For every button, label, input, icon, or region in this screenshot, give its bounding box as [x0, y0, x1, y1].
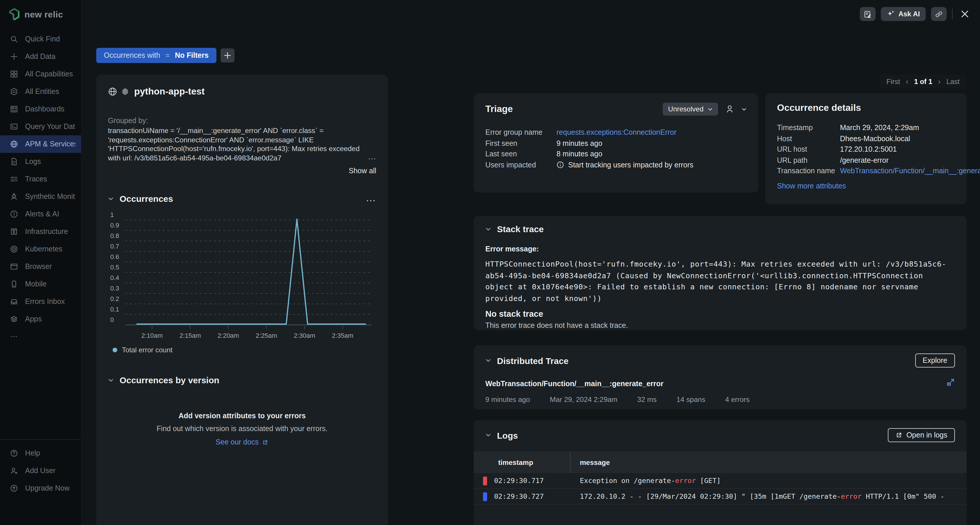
show-all-link[interactable]: Show all: [108, 167, 376, 175]
chevron-down-icon[interactable]: [485, 226, 491, 232]
filter-pill[interactable]: Occurrences with = No Filters: [96, 48, 216, 63]
logs-col-message: message: [571, 458, 967, 466]
assign-user-button[interactable]: [725, 104, 734, 114]
link-icon: [934, 10, 943, 18]
sidebar-item-query-your-data[interactable]: Query Your Data: [0, 118, 81, 135]
log-message-segment: Exception on /generate-: [580, 477, 675, 485]
logs-icon: [10, 158, 18, 165]
apps-icon: [10, 315, 18, 323]
sidebar-item-synthetic-monitoring[interactable]: Synthetic Monitoring: [0, 188, 81, 205]
sidebar-item-label: Infrastructure: [25, 228, 68, 235]
occurrences-chart: 00.10.20.30.40.50.60.70.80.912:10am2:15a…: [108, 212, 376, 338]
log-timestamp: 02:29:30.717: [494, 477, 544, 485]
occurrences-menu-button[interactable]: ...: [366, 197, 376, 201]
log-message-segment: HTTP/1.1 [0m" 500 -: [862, 492, 944, 501]
sidebar-item-apps[interactable]: Apps: [0, 310, 81, 328]
grouped-by-more[interactable]: ...: [368, 152, 376, 161]
traces-icon: [10, 175, 18, 183]
chevron-down-icon[interactable]: [485, 358, 491, 363]
sidebar-item-apm-services[interactable]: APM & Services: [0, 135, 81, 153]
sidebar-item-all-capabilities[interactable]: All Capabilities: [0, 65, 81, 83]
notes-button[interactable]: [860, 7, 876, 21]
log-message-highlight: error: [841, 492, 862, 501]
entity-name: python-app-test: [134, 86, 205, 97]
explore-button[interactable]: Explore: [915, 353, 955, 368]
occurrences-section-header: Occurrences ...: [108, 194, 376, 204]
sidebar-item-logs[interactable]: Logs: [0, 153, 81, 170]
sidebar-item-label: Add Data: [25, 52, 56, 60]
sidebar-item-traces[interactable]: Traces: [0, 170, 81, 188]
sidebar-item-add-data[interactable]: Add Data: [0, 48, 81, 65]
kv-value[interactable]: requests.exceptions:ConnectionError: [557, 127, 676, 138]
log-row[interactable]: 02:29:30.717Exception on /generate-error…: [474, 473, 967, 489]
kv-row-first-seen: First seen9 minutes ago: [485, 138, 747, 149]
kv-row-last-seen: Last seen8 minutes ago: [485, 149, 747, 159]
pagination-first[interactable]: First: [886, 78, 900, 86]
kv-label: Users impacted: [485, 159, 557, 170]
sidebar-item-kubernetes[interactable]: Kubernetes: [0, 240, 81, 258]
robot-icon: [10, 192, 18, 200]
triage-title: Triage: [485, 104, 513, 115]
entities-icon: [10, 88, 18, 95]
sidebar-footer-upgrade-now[interactable]: Upgrade Now: [0, 479, 81, 497]
sidebar-item-label: Upgrade Now: [25, 484, 70, 492]
assign-dropdown-button[interactable]: [741, 104, 747, 115]
sidebar-nav: Quick FindAdd DataAll CapabilitiesAll En…: [0, 30, 81, 345]
terminal-icon: [10, 123, 18, 130]
details-rows: TimestampMarch 29, 2024, 2:29amHostDhees…: [777, 123, 955, 177]
chart-y-tick-label: 0.3: [110, 285, 119, 292]
add-filter-button[interactable]: [220, 48, 234, 62]
sidebar-item-browser[interactable]: Browser: [0, 258, 81, 275]
sidebar-footer-help[interactable]: Help: [0, 444, 81, 462]
distributed-trace-title: Distributed Trace: [497, 356, 568, 366]
status-dropdown[interactable]: Unresolved: [663, 103, 718, 116]
mobile-icon: [10, 280, 18, 288]
kv-value[interactable]: WebTransaction/Function/__main__:generat…: [840, 165, 980, 177]
grid-icon: [10, 70, 18, 78]
kv-row-url-path: URL path/generate-error: [777, 155, 955, 165]
chevron-down-icon[interactable]: [108, 481, 280, 525]
log-row[interactable]: 02:29:30.727172.20.10.2 - - [29/Mar/2024…: [474, 489, 967, 504]
close-button[interactable]: [958, 7, 972, 21]
open-trace-button[interactable]: [946, 378, 955, 389]
sidebar-item-dashboards[interactable]: Dashboards: [0, 100, 81, 118]
kv-label: URL path: [777, 155, 840, 165]
sidebar-footer-add-user[interactable]: Add User: [0, 462, 81, 479]
ask-ai-button[interactable]: Ask AI: [881, 7, 926, 21]
chevron-down-icon[interactable]: [485, 432, 491, 438]
trace-row[interactable]: WebTransaction/Function/__main__:generat…: [485, 378, 955, 389]
globe-icon: [108, 87, 117, 96]
copy-link-button[interactable]: [931, 7, 947, 21]
sidebar-item-errors-inbox[interactable]: Errors Inbox: [0, 293, 81, 310]
status-value: Unresolved: [668, 105, 703, 113]
triage-controls: Unresolved: [663, 103, 747, 116]
grouped-by-label: Grouped by:: [108, 117, 376, 125]
see-docs-link[interactable]: See our docs: [216, 438, 268, 447]
entity-status-dot: [122, 88, 128, 95]
sidebar-item-quick-find[interactable]: Quick Find: [0, 30, 81, 48]
entity-header: python-app-test: [108, 85, 376, 98]
show-more-attributes-link[interactable]: Show more attributes: [777, 182, 955, 190]
open-in-logs-button[interactable]: Open in logs: [888, 428, 955, 442]
new-relic-logo[interactable]: new relic: [0, 0, 81, 21]
sidebar-item-mobile[interactable]: Mobile: [0, 275, 81, 293]
see-docs-label: See our docs: [216, 438, 258, 447]
pagination-next[interactable]: ›: [938, 78, 940, 86]
filter-value: No Filters: [175, 51, 208, 59]
log-message: Exception on /generate-error [GET]: [571, 477, 967, 485]
pagination-prev[interactable]: ‹: [906, 78, 908, 86]
kv-row-users-impacted: Users impactedStart tracking users impac…: [485, 159, 747, 170]
pagination-last[interactable]: Last: [947, 78, 959, 86]
sidebar-item-more[interactable]: [0, 328, 81, 345]
sidebar-item-label: Help: [25, 449, 40, 457]
log-timestamp-cell: 02:29:30.717: [474, 476, 571, 485]
sidebar-item-all-entities[interactable]: All Entities: [0, 83, 81, 100]
sidebar-item-alerts-ai[interactable]: Alerts & AI: [0, 205, 81, 223]
adduser-icon: [10, 467, 18, 475]
chevron-down-icon[interactable]: [108, 196, 114, 202]
chevron-down-icon[interactable]: [108, 377, 114, 383]
infra-icon: [10, 228, 18, 235]
filter-operator: =: [165, 51, 170, 59]
kv-value: Dhees-Macbook.local: [840, 133, 910, 144]
sidebar-item-infrastructure[interactable]: Infrastructure: [0, 223, 81, 240]
